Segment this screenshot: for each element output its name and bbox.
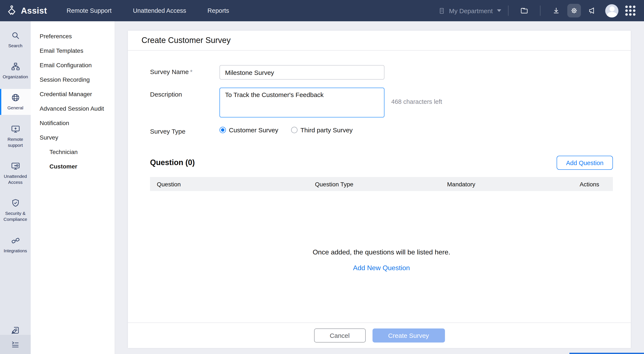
department-selector[interactable]: My Department [438,7,501,14]
survey-name-input[interactable] [220,65,384,80]
brand[interactable]: Assist [6,5,47,16]
sidebar-item-security-compliance[interactable]: Security & Compliance [0,194,31,226]
survey-name-label: Survey Name* [150,65,220,75]
submenu-advanced-session-audit[interactable]: Advanced Session Audit [31,101,115,116]
download-button[interactable] [550,4,563,17]
megaphone-icon [588,6,596,15]
radio-icon [220,127,226,133]
nav-unattended-access[interactable]: Unattended Access [133,7,186,14]
submenu-notification[interactable]: Notification [31,116,115,130]
submenu-preferences[interactable]: Preferences [31,29,115,43]
search-icon [10,31,20,40]
divider [540,5,540,16]
avatar-body [607,12,617,17]
folder-button[interactable] [518,4,531,17]
avatar-head [609,6,614,11]
sidebar-item-general[interactable]: General [0,89,31,115]
plug-icon [10,235,20,245]
apps-grid-icon[interactable] [625,5,636,16]
card-footer: Cancel Create Survey [128,323,631,348]
primary-nav: Remote Support Unattended Access Reports [66,7,229,14]
create-survey-card: Create Customer Survey Survey Name* Desc… [128,31,631,348]
monitor-key-icon [10,161,20,171]
card-header: Create Customer Survey [128,31,631,51]
sidebar-item-unattended-access[interactable]: Unattended Access [0,158,31,189]
monitor-plus-icon [10,124,20,134]
compose-note-icon [11,326,20,335]
question-section-header: Question (0) Add Question [150,156,613,170]
radio-customer-survey[interactable]: Customer Survey [220,126,278,134]
submenu-survey-technician[interactable]: Technician [31,145,115,159]
add-new-question-link[interactable]: Add New Question [353,264,410,272]
description-row: Description To Track the Customer's Feed… [150,88,613,117]
sidebar-collapse-button[interactable] [0,335,31,354]
create-survey-button[interactable]: Create Survey [372,329,445,343]
submenu-email-configuration[interactable]: Email Configuration [31,58,115,72]
nav-reports[interactable]: Reports [208,7,229,14]
bottom-widget-strip [570,353,644,354]
column-question: Question [157,180,315,187]
settings-submenu: Preferences Email Templates Email Config… [31,21,115,354]
survey-name-row: Survey Name* [150,65,613,80]
questions-empty-state: Once added, the questions will be listed… [150,248,613,272]
main-area: Create Customer Survey Survey Name* Desc… [115,21,644,354]
sidebar-item-integrations[interactable]: Integrations [0,232,31,257]
radio-third-party-survey[interactable]: Third party Survey [291,126,353,134]
survey-type-label: Survey Type [150,125,220,135]
feedback-button[interactable] [0,326,31,335]
announcements-button[interactable] [585,4,599,17]
survey-type-row: Survey Type Customer Survey Third party … [150,125,613,135]
settings-button[interactable] [567,4,581,17]
navbar-right: My Department [438,4,638,17]
submenu-survey[interactable]: Survey [31,130,115,145]
column-mandatory: Mandatory [447,180,580,187]
icon-sidebar: Search Organization General R [0,21,31,354]
department-label: My Department [449,7,493,14]
column-actions: Actions [580,180,613,187]
sidebar-item-organization[interactable]: Organization [0,58,31,83]
collapse-menu-icon [11,340,20,349]
page-title: Create Customer Survey [142,36,230,45]
submenu-credential-manager[interactable]: Credential Manager [31,87,115,101]
submenu-email-templates[interactable]: Email Templates [31,43,115,58]
top-navbar: Assist Remote Support Unattended Access … [0,0,644,21]
radio-icon [291,127,298,133]
submenu-survey-customer[interactable]: Customer [31,159,115,174]
building-icon [438,7,446,14]
characters-left-text: 468 characters left [391,88,442,105]
submenu-session-recording[interactable]: Session Recording [31,72,115,87]
divider [508,5,508,16]
sidebar-item-search[interactable]: Search [0,27,31,52]
assist-logo-icon [6,5,18,16]
gear-icon [570,6,578,15]
card-body: Survey Name* Description To Track the Cu… [128,51,631,323]
avatar[interactable] [605,4,618,17]
app-root: Assist Remote Support Unattended Access … [0,0,644,354]
shield-check-icon [10,198,20,208]
description-label: Description [150,88,220,98]
survey-type-options: Customer Survey Third party Survey [220,125,353,134]
nav-remote-support[interactable]: Remote Support [66,7,112,14]
org-chart-icon [10,62,20,71]
cancel-button[interactable]: Cancel [314,329,366,343]
brand-name: Assist [21,6,47,15]
globe-icon [10,93,20,103]
chevron-down-icon [497,9,501,12]
question-count-heading: Question (0) [150,158,195,167]
download-icon [552,6,560,15]
question-table-header: Question Question Type Mandatory Actions [150,177,613,191]
folder-icon [520,6,528,15]
column-question-type: Question Type [315,180,447,187]
add-question-button[interactable]: Add Question [557,156,613,170]
empty-state-text: Once added, the questions will be listed… [150,248,613,256]
required-mark: * [190,68,193,75]
description-textarea[interactable]: To Track the Customer's Feedback [220,88,384,117]
sidebar-item-remote-support[interactable]: Remote support [0,120,31,152]
